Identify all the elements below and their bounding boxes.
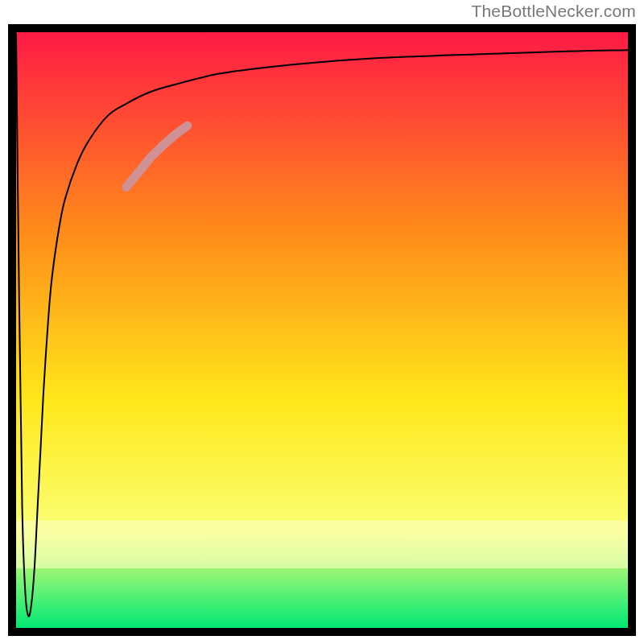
pale-band bbox=[16, 521, 628, 568]
watermark-text: TheBottleNecker.com bbox=[471, 2, 636, 21]
chart-container: TheBottleNecker.com bbox=[0, 0, 644, 644]
chart-svg bbox=[8, 24, 636, 636]
plot-area bbox=[8, 24, 636, 636]
